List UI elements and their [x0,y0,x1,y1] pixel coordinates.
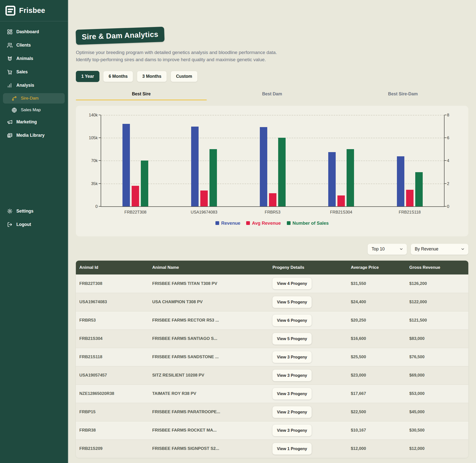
sales-map-icon [11,107,17,113]
tab-best-dam[interactable]: Best Dam [207,91,338,100]
cell-average-price: $31,550 [351,281,409,286]
view-progeny-button[interactable]: View 3 Progeny [272,351,312,363]
sidebar-item-clients[interactable]: Clients [3,40,65,51]
right-axis-tick-label: 6 [447,136,449,140]
legend-label: Avg Revenue [252,220,281,226]
cell-animal-name: SITZ RESILIENT 10208 PV [152,373,272,378]
cell-animal-name: FRISBEE FARMS SANTIAGO S... [152,336,272,341]
left-axis-tickmark [99,206,101,207]
sidebar-item-marketing[interactable]: Marketing [3,116,65,127]
sidebar-nav: DashboardClientsAnimalsSalesAnalysisSire… [0,21,68,463]
filter-button-custom[interactable]: Custom [171,71,198,82]
bar-revenue-frb21s118 [397,156,404,206]
main-content: Sire & Dam Analytics Optimise your breed… [68,0,476,463]
sidebar: Frisbee DashboardClientsAnimalsSalesAnal… [0,0,68,463]
filter-button-1-year[interactable]: 1 Year [76,71,99,82]
view-progeny-button[interactable]: View 1 Progeny [272,443,312,455]
sidebar-item-dashboard[interactable]: Dashboard [3,26,65,37]
table-row: FRB22T308FRISBEE FARMS TITAN T308 PVView… [76,274,468,293]
sidebar-item-sales[interactable]: Sales [3,66,65,77]
top-n-select[interactable]: Top 10 [368,244,407,255]
sidebar-item-settings[interactable]: Settings [3,206,65,217]
view-progeny-button[interactable]: View 3 Progeny [272,370,312,381]
view-progeny-button[interactable]: View 5 Progeny [272,333,312,345]
sort-by-select[interactable]: By Revenue [411,244,468,255]
media-library-icon [7,133,13,138]
table-row: NZE12865020R38TAIMATE ROY R38 PVView 3 P… [76,384,468,403]
legend-item-number-of-sales: Number of Sales [287,220,329,226]
filter-button-6-months[interactable]: 6 Months [103,71,133,82]
marketing-icon [7,119,13,125]
cell-animal-name: FRISBEE FARMS RECTOR R53 ... [152,318,272,323]
legend-label: Number of Sales [293,220,329,226]
cell-animal-id: USA19674083 [76,300,152,304]
cell-gross-revenue: $126,200 [409,281,468,286]
right-axis-tick-label: 0 [447,204,449,209]
table-row: FRBP15FRISBEE FARMS PARATROOPE...View 2 … [76,403,468,421]
bar-revenue-frb22t308 [122,124,130,206]
sidebar-item-label: Dashboard [16,29,39,34]
filter-button-3-months[interactable]: 3 Months [137,71,167,82]
cell-animal-name: FRISBEE FARMS ROCKET MA... [152,428,272,433]
cell-animal-name: FRISBEE FARMS SANDSTONE ... [152,354,272,359]
cell-progeny-details: View 1 Progeny [272,443,351,455]
sidebar-item-label: Settings [16,209,33,214]
list-controls: Top 10 By Revenue [76,244,468,255]
cell-animal-id: FRB21S304 [76,336,152,341]
cell-average-price: $17,667 [351,391,409,396]
sidebar-item-analysis[interactable]: Analysis [3,80,65,91]
x-axis-category-label: FRB22T308 [111,210,160,215]
left-axis-tick-label: 70k [91,158,98,163]
cell-progeny-details: View 3 Progeny [272,370,351,381]
bar-revenue-frb21s304 [328,152,336,206]
cell-animal-name: FRISBEE FARMS TITAN T308 PV [152,281,272,286]
sales-icon [7,69,13,75]
sidebar-item-sire-dam[interactable]: Sire-Dam [3,93,65,104]
view-progeny-button[interactable]: View 4 Progeny [272,278,312,289]
logout-icon [7,222,13,227]
table-header-row: Animal IdAnimal NameProgeny DetailsAvera… [76,261,468,274]
right-axis-tick-label: 4 [447,158,449,163]
chevron-down-icon [399,247,403,251]
cell-gross-revenue: $121,500 [409,318,468,323]
cell-average-price: $20,250 [351,318,409,323]
tab-best-sire-dam[interactable]: Best Sire-Dam [337,91,468,100]
x-axis-category-label: FRBR53 [248,210,298,215]
time-range-filters: 1 Year6 Months3 MonthsCustom [76,71,468,82]
dashboard-icon [7,29,13,35]
sidebar-item-media-library[interactable]: Media Library [3,130,65,141]
logo[interactable]: Frisbee [0,0,68,21]
sidebar-item-logout[interactable]: Logout [3,219,65,230]
right-axis-tick-label: 2 [447,181,449,186]
sidebar-item-label: Media Library [16,133,45,138]
cell-gross-revenue: $45,000 [409,409,468,414]
view-progeny-button[interactable]: View 3 Progeny [272,388,312,400]
view-progeny-button[interactable]: View 5 Progeny [272,296,312,308]
view-progeny-button[interactable]: View 3 Progeny [272,425,312,436]
column-header-progeny-details: Progeny Details [272,265,351,270]
right-axis-tickmark [445,183,446,184]
chevron-down-icon [461,247,465,251]
legend-label: Revenue [221,220,240,226]
cell-gross-revenue: $12,000 [409,446,468,451]
cell-average-price: $24,400 [351,300,409,304]
right-axis-tickmark [445,115,446,115]
cell-progeny-details: View 2 Progeny [272,406,351,418]
table-row: FRBR53FRISBEE FARMS RECTOR R53 ...View 6… [76,311,468,329]
legend-item-revenue: Revenue [215,220,240,226]
sidebar-item-sales-map[interactable]: Sales Map [3,105,65,115]
sidebar-item-animals[interactable]: Animals [3,53,65,64]
cell-animal-id: FRB22T308 [76,281,152,286]
view-progeny-button[interactable]: View 2 Progeny [272,406,312,418]
cell-average-price: $16,600 [351,336,409,341]
tab-best-sire[interactable]: Best Sire [76,91,207,100]
cell-progeny-details: View 5 Progeny [272,296,351,308]
bar-number-of-sales-frb21s304 [347,149,354,206]
view-progeny-button[interactable]: View 6 Progeny [272,315,312,326]
cell-gross-revenue: $53,000 [409,391,468,396]
chart-panel: 0035k270k4105k6140k8FRB22T308USA19674083… [76,106,468,236]
cell-gross-revenue: $69,000 [409,373,468,378]
page-description-line2: Identify top-performing sires and dams t… [76,57,266,62]
left-axis-tickmark [99,115,101,115]
left-axis-tick-label: 140k [89,112,98,117]
